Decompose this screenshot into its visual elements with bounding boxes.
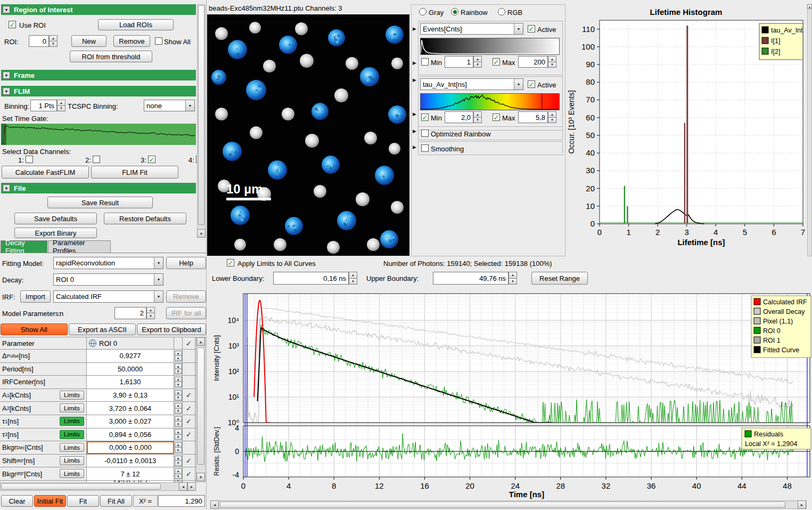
fitting-model-dropdown[interactable]: rapidReconvolution▼ — [53, 257, 163, 269]
gray-radio[interactable] — [419, 8, 426, 15]
param-fix-checkbox[interactable] — [183, 415, 195, 428]
smoothing-checkbox[interactable] — [421, 144, 429, 152]
tab-parameter-profiles[interactable]: Parameter Profiles — [48, 240, 111, 253]
frame-section-header[interactable]: ▼ Frame — [1, 70, 196, 80]
upper-boundary-input[interactable]: 49,76 ns — [433, 272, 508, 285]
events-channel-dropdown[interactable]: Events[Cnts]▼ — [420, 23, 523, 35]
param-fix-checkbox[interactable] — [183, 441, 195, 454]
remove-roi-button[interactable]: Remove — [113, 35, 150, 47]
tau-active-checkbox[interactable] — [528, 80, 535, 88]
scroll-right-button[interactable]: ► — [187, 482, 196, 491]
param-value[interactable]: 3,000 ± 0,027 — [87, 415, 174, 428]
apply-limits-checkbox[interactable] — [227, 259, 234, 266]
tab-decay-fitting[interactable]: Decay Fitting — [1, 240, 47, 253]
file-section-header[interactable]: ▼ File — [1, 183, 196, 193]
param-fix-checkbox[interactable] — [183, 428, 195, 441]
binning-spinner[interactable]: ▲▼ — [57, 100, 65, 111]
events-max-checkbox[interactable] — [493, 58, 500, 66]
decay-chart[interactable]: 10⁰10¹10²10³10⁴04812162024283236404448-4… — [210, 290, 812, 500]
show-all-params-button[interactable]: Show All — [1, 323, 68, 335]
time-gate-chart[interactable] — [1, 124, 196, 145]
rainbow-gradient-bar[interactable] — [420, 93, 560, 110]
new-roi-button[interactable]: New — [71, 35, 106, 47]
right-scrollbar[interactable] — [807, 4, 812, 256]
param-scrollbar-thumb[interactable] — [197, 347, 204, 465]
limits-button[interactable]: Limits — [60, 430, 84, 439]
roi-column-header[interactable]: ROI 0 — [99, 339, 117, 347]
tau-max-checkbox[interactable] — [493, 114, 500, 121]
left-scrollbar-thumb[interactable] — [198, 5, 204, 225]
param-spinner[interactable]: ▲▼ — [174, 376, 183, 388]
tau-min-input[interactable]: 2,0 — [445, 111, 473, 123]
scroll-up-button[interactable]: ▲ — [196, 337, 205, 346]
upper-boundary-spinner[interactable]: ▲▼ — [508, 272, 517, 285]
scroll-right-button[interactable]: ► — [798, 500, 806, 509]
flim-fit-button[interactable]: FLIM Fit — [91, 166, 178, 179]
param-spinner[interactable]: ▲▼ — [174, 455, 183, 467]
param-value[interactable]: 0,894 ± 0,056 — [87, 428, 174, 441]
chevron-down-icon[interactable]: ▼ — [514, 79, 523, 90]
flim-section-header[interactable]: ▼ FLIM — [1, 86, 196, 96]
limits-button[interactable]: Limits — [60, 417, 84, 426]
param-fix-checkbox[interactable] — [183, 376, 195, 388]
decay-dropdown[interactable]: ROI 0▼ — [53, 273, 163, 286]
param-spinner[interactable]: ▲▼ — [174, 363, 183, 376]
param-value[interactable]: -0,0110 ± 0,0013 — [87, 455, 174, 467]
events-min-spinner[interactable]: ▲▼ — [473, 56, 482, 68]
rgb-radio[interactable] — [498, 8, 505, 15]
remove-irf-button[interactable]: Remove — [166, 290, 206, 303]
expander-icon[interactable]: ▶ — [413, 26, 416, 31]
param-value[interactable]: 50,0000 — [87, 363, 174, 376]
param-value[interactable]: 3,720 ± 0,064 — [87, 402, 174, 415]
export-clipboard-button[interactable]: Export to Clipboard — [137, 323, 206, 335]
param-spinner[interactable]: ▲▼ — [174, 415, 183, 428]
events-max-input[interactable]: 200 — [518, 56, 548, 68]
limits-button[interactable]: Limits — [60, 403, 84, 412]
show-all-checkbox[interactable] — [155, 37, 162, 45]
expander-icon[interactable]: ▶ — [413, 111, 416, 117]
param-value[interactable]: 1,6130 — [87, 376, 174, 388]
channel-1-checkbox[interactable] — [26, 156, 33, 163]
param-fix-checkbox[interactable] — [183, 402, 195, 415]
save-defaults-button[interactable]: Save Defaults — [14, 213, 97, 224]
expander-icon[interactable]: ▶ — [413, 77, 416, 83]
load-rois-button[interactable]: Load ROIs — [98, 19, 174, 30]
param-spinner[interactable]: ▲▼ — [174, 441, 183, 454]
roi-number-spinner[interactable]: ▲▼ — [49, 35, 58, 47]
param-spinner[interactable]: ▲▼ — [174, 402, 183, 415]
fit-all-button[interactable]: Fit All — [100, 495, 132, 507]
collapse-icon[interactable]: ▼ — [3, 71, 10, 79]
collapse-icon[interactable]: ▼ — [3, 6, 10, 13]
param-spinner[interactable]: ▲▼ — [174, 350, 183, 362]
decay-hscrollbar-thumb[interactable] — [220, 501, 785, 508]
param-fix-checkbox[interactable] — [183, 455, 195, 467]
use-roi-checkbox[interactable] — [9, 21, 16, 28]
channel-2-checkbox[interactable] — [93, 156, 100, 163]
microscopy-image[interactable]: 10 µm — [207, 14, 409, 256]
expander-icon[interactable]: ▶ — [413, 144, 416, 150]
binning-input[interactable]: 1 Pts — [30, 100, 57, 111]
optimized-rainbow-checkbox[interactable] — [421, 129, 429, 137]
param-fix-checkbox[interactable] — [183, 467, 195, 480]
help-button[interactable]: Help — [166, 257, 206, 269]
events-min-checkbox[interactable] — [421, 58, 429, 66]
export-ascii-button[interactable]: Export as ASCII — [69, 323, 136, 335]
scroll-left-button[interactable]: ◄ — [179, 482, 187, 491]
roi-from-threshold-button[interactable]: ROI from threshold — [70, 51, 152, 62]
param-spinner[interactable]: ▲▼ — [174, 428, 183, 441]
save-result-button[interactable]: Save Result — [47, 197, 153, 208]
roi-section-header[interactable]: ▼ Region of Interest — [1, 4, 196, 15]
param-hscrollbar-thumb[interactable] — [1, 483, 161, 490]
lifetime-histogram-chart[interactable]: 012345670102030405060708090100110Lifetim… — [565, 4, 807, 256]
events-max-spinner[interactable]: ▲▼ — [548, 56, 556, 68]
tau-max-input[interactable]: 5,8 — [518, 111, 548, 123]
clear-button[interactable]: Clear — [1, 495, 33, 507]
collapse-icon[interactable]: ▼ — [3, 87, 10, 95]
irf-dropdown[interactable]: Calculated IRF▼ — [53, 290, 163, 303]
limits-button[interactable]: Limits — [60, 469, 84, 478]
channel-3-checkbox[interactable] — [148, 156, 155, 163]
expander-icon[interactable]: ▶ — [413, 60, 416, 66]
tcspc-binning-dropdown[interactable]: none ▼ — [144, 100, 195, 111]
n-input[interactable]: 2 — [114, 307, 146, 319]
chevron-down-icon[interactable]: ▼ — [154, 291, 163, 302]
